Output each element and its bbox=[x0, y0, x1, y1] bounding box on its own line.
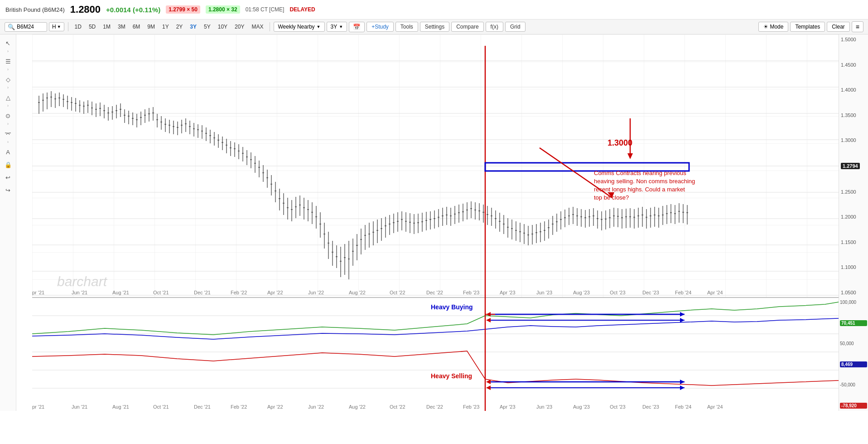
svg-text:Dec '23: Dec '23 bbox=[642, 404, 659, 410]
svg-text:Feb '24: Feb '24 bbox=[675, 290, 691, 295]
svg-text:Jun '23: Jun '23 bbox=[536, 290, 552, 295]
list-tool-icon[interactable]: ☰ bbox=[2, 56, 14, 66]
time-info: 01:58 CT [CME] bbox=[246, 6, 285, 13]
current-price: 1.2800 bbox=[70, 4, 101, 15]
chart-main[interactable]: 1.3000 Comms Contracts nearing previous … bbox=[16, 34, 868, 411]
tools-button[interactable]: Tools bbox=[395, 22, 418, 32]
svg-text:Apr '23: Apr '23 bbox=[500, 404, 516, 410]
sun-icon: ☀ bbox=[763, 24, 768, 30]
search-icon: 🔍 bbox=[8, 24, 15, 30]
period-1d[interactable]: 1D bbox=[72, 22, 84, 31]
fibonacci-tool-icon[interactable]: ⊙ bbox=[2, 111, 14, 121]
templates-button[interactable]: Templates bbox=[790, 22, 825, 32]
price-level-7: 1.2000 bbox=[841, 214, 866, 220]
svg-text:Dec '21: Dec '21 bbox=[194, 404, 211, 410]
period-5d[interactable]: 5D bbox=[86, 22, 98, 31]
period-6m[interactable]: 6M bbox=[130, 22, 143, 31]
bid-price: 1.2799 × 50 bbox=[166, 5, 200, 14]
svg-text:Oct '21: Oct '21 bbox=[153, 404, 169, 410]
frequency-label: Weekly Nearby bbox=[278, 24, 314, 30]
period-1y[interactable]: 1Y bbox=[159, 22, 172, 31]
svg-text:Feb '22: Feb '22 bbox=[231, 404, 247, 410]
range-dropdown[interactable]: 3Y ▼ bbox=[327, 22, 347, 32]
svg-text:Comms Contracts nearing previo: Comms Contracts nearing previous bbox=[594, 170, 686, 176]
expand-arrow-1[interactable]: › bbox=[7, 49, 9, 54]
undo-tool-icon[interactable]: ↩ bbox=[2, 172, 14, 182]
period-2y[interactable]: 2Y bbox=[174, 22, 186, 31]
search-input[interactable] bbox=[17, 24, 44, 30]
bar-type-button[interactable]: H ▼ bbox=[49, 22, 64, 31]
sub-level-1: 100,000 bbox=[840, 300, 867, 305]
frequency-dropdown[interactable]: Weekly Nearby ▼ bbox=[274, 22, 324, 32]
redo-tool-icon[interactable]: ↪ bbox=[2, 185, 14, 195]
svg-text:barchart: barchart bbox=[57, 274, 108, 289]
tool-group-5: ⊙ › bbox=[2, 111, 14, 126]
tool-group-4: △ › bbox=[2, 93, 14, 108]
period-9m[interactable]: 9M bbox=[145, 22, 158, 31]
svg-text:Apr '22: Apr '22 bbox=[267, 290, 283, 295]
svg-text:Aug '22: Aug '22 bbox=[349, 290, 366, 295]
chevron-down-icon-3: ▼ bbox=[339, 24, 343, 29]
svg-text:Feb '23: Feb '23 bbox=[463, 290, 479, 295]
period-max[interactable]: MAX bbox=[249, 22, 266, 31]
period-20y[interactable]: 20Y bbox=[232, 22, 247, 31]
period-3m[interactable]: 3M bbox=[115, 22, 128, 31]
price-level-5: 1.3000 bbox=[841, 137, 866, 143]
toolbar: 🔍 H ▼ 1D 5D 1M 3M 6M 9M 1Y 2Y 3Y 5Y 10Y … bbox=[0, 20, 868, 34]
lock-tool-icon[interactable]: 🔒 bbox=[2, 160, 14, 170]
svg-text:Oct '23: Oct '23 bbox=[610, 290, 626, 295]
svg-text:Apr '23: Apr '23 bbox=[500, 290, 516, 295]
svg-text:Feb '22: Feb '22 bbox=[231, 290, 247, 295]
svg-text:Dec '23: Dec '23 bbox=[642, 290, 659, 295]
expand-arrow-5[interactable]: › bbox=[7, 122, 9, 126]
settings-button[interactable]: Settings bbox=[420, 22, 449, 32]
ask-price: 1.2800 × 32 bbox=[206, 5, 240, 14]
price-axis: 1.5000 1.4500 1.4000 1.3500 1.3000 1.279… bbox=[839, 34, 868, 298]
svg-text:Oct '22: Oct '22 bbox=[390, 290, 405, 295]
sub-level-3: -50,000 bbox=[840, 382, 867, 387]
expand-arrow-6[interactable]: › bbox=[7, 140, 9, 144]
sub-price-axis: 100,000 70,451 50,000 8,469 -50,000 -78,… bbox=[839, 298, 868, 411]
svg-text:Dec '22: Dec '22 bbox=[426, 404, 443, 410]
svg-text:1.3000: 1.3000 bbox=[608, 138, 632, 147]
compare-button[interactable]: Compare bbox=[451, 22, 483, 32]
svg-text:Oct '21: Oct '21 bbox=[153, 290, 169, 295]
expand-arrow-3[interactable]: › bbox=[7, 85, 9, 90]
channel-tool-icon[interactable]: ⌤ bbox=[2, 129, 14, 139]
svg-text:Jun '22: Jun '22 bbox=[308, 290, 324, 295]
hamburger-menu-button[interactable]: ≡ bbox=[852, 21, 863, 32]
tool-group-6: ⌤ › bbox=[2, 129, 14, 144]
fx-button[interactable]: f(x) bbox=[486, 22, 503, 32]
pointer-tool-icon[interactable]: ↖ bbox=[2, 38, 14, 48]
chevron-down-icon-2: ▼ bbox=[317, 24, 321, 29]
text-tool-icon[interactable]: A bbox=[2, 147, 14, 157]
sub-level-2: 50,000 bbox=[840, 341, 867, 346]
expand-arrow-2[interactable]: › bbox=[7, 67, 9, 72]
svg-text:Oct '23: Oct '23 bbox=[610, 404, 626, 410]
search-box[interactable]: 🔍 bbox=[5, 22, 47, 32]
expand-arrow-4[interactable]: › bbox=[7, 103, 9, 108]
period-1m[interactable]: 1M bbox=[100, 22, 113, 31]
price-level-9: 1.1000 bbox=[841, 264, 866, 270]
left-tools-panel: ↖ › ☰ › ◇ › △ › ⊙ › ⌤ › A 🔒 ↩ ↪ bbox=[0, 34, 16, 411]
mode-button[interactable]: ☀ Mode bbox=[758, 22, 788, 32]
price-level-3: 1.4000 bbox=[841, 87, 866, 93]
svg-text:Oct '22: Oct '22 bbox=[390, 404, 405, 410]
clear-button[interactable]: Clear bbox=[827, 22, 850, 32]
delayed-badge: DELAYED bbox=[289, 6, 315, 13]
grid-button[interactable]: Grid bbox=[505, 22, 526, 32]
chart-container: ↖ › ☰ › ◇ › △ › ⊙ › ⌤ › A 🔒 ↩ ↪ bbox=[0, 34, 868, 411]
calendar-button[interactable]: 📅 bbox=[349, 22, 365, 32]
trend-tool-icon[interactable]: △ bbox=[2, 93, 14, 102]
price-level-10: 1.0500 bbox=[841, 290, 866, 295]
svg-text:top be close?: top be close? bbox=[594, 194, 629, 201]
price-level-2: 1.4500 bbox=[841, 62, 866, 68]
svg-text:recent longs highs. Could a ma: recent longs highs. Could a market bbox=[594, 186, 685, 193]
period-10y[interactable]: 10Y bbox=[215, 22, 230, 31]
shapes-tool-icon[interactable]: ◇ bbox=[2, 74, 14, 84]
svg-text:Jun '21: Jun '21 bbox=[72, 404, 87, 410]
period-3y[interactable]: 3Y bbox=[187, 22, 199, 31]
add-study-button[interactable]: +Study bbox=[366, 22, 394, 32]
period-5y[interactable]: 5Y bbox=[201, 22, 213, 31]
price-change: +0.0014 (+0.11%) bbox=[106, 6, 160, 14]
